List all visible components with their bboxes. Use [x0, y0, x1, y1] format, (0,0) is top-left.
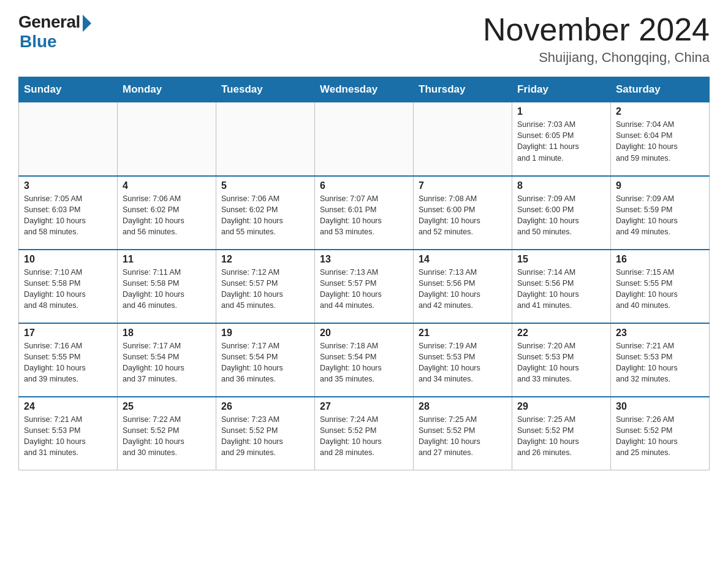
day-info: Sunrise: 7:25 AMSunset: 5:52 PMDaylight:… — [419, 414, 507, 459]
calendar-cell: 1Sunrise: 7:03 AMSunset: 6:05 PMDaylight… — [512, 102, 611, 176]
calendar-cell: 26Sunrise: 7:23 AMSunset: 5:52 PMDayligh… — [216, 397, 315, 470]
day-info: Sunrise: 7:21 AMSunset: 5:53 PMDaylight:… — [616, 340, 704, 385]
calendar-cell: 15Sunrise: 7:14 AMSunset: 5:56 PMDayligh… — [512, 250, 611, 323]
calendar-cell — [19, 102, 118, 176]
calendar-cell: 3Sunrise: 7:05 AMSunset: 6:03 PMDaylight… — [19, 176, 118, 250]
day-number: 17 — [24, 327, 112, 339]
day-number: 21 — [419, 327, 507, 339]
calendar-cell: 21Sunrise: 7:19 AMSunset: 5:53 PMDayligh… — [414, 323, 512, 397]
day-number: 26 — [221, 401, 309, 412]
calendar-cell: 10Sunrise: 7:10 AMSunset: 5:58 PMDayligh… — [19, 250, 118, 323]
day-info: Sunrise: 7:10 AMSunset: 5:58 PMDaylight:… — [24, 267, 112, 312]
day-number: 13 — [320, 254, 408, 265]
day-number: 3 — [24, 180, 112, 191]
day-number: 7 — [419, 180, 507, 191]
logo-general-text: General — [18, 12, 80, 32]
day-info: Sunrise: 7:26 AMSunset: 5:52 PMDaylight:… — [616, 414, 704, 459]
day-number: 15 — [517, 254, 605, 265]
day-info: Sunrise: 7:25 AMSunset: 5:52 PMDaylight:… — [517, 414, 605, 459]
calendar-cell: 23Sunrise: 7:21 AMSunset: 5:53 PMDayligh… — [611, 323, 710, 397]
calendar-cell: 18Sunrise: 7:17 AMSunset: 5:54 PMDayligh… — [118, 323, 216, 397]
day-number: 9 — [616, 180, 704, 191]
day-number: 8 — [517, 180, 605, 191]
weekday-header-monday: Monday — [118, 77, 216, 102]
calendar-table: SundayMondayTuesdayWednesdayThursdayFrid… — [18, 77, 710, 470]
weekday-header-friday: Friday — [512, 77, 611, 102]
day-number: 1 — [517, 106, 605, 117]
calendar-cell: 13Sunrise: 7:13 AMSunset: 5:57 PMDayligh… — [315, 250, 414, 323]
day-info: Sunrise: 7:19 AMSunset: 5:53 PMDaylight:… — [419, 340, 507, 385]
weekday-header-tuesday: Tuesday — [216, 77, 315, 102]
day-number: 28 — [419, 401, 507, 412]
calendar-cell: 16Sunrise: 7:15 AMSunset: 5:55 PMDayligh… — [611, 250, 710, 323]
day-number: 11 — [123, 254, 211, 265]
day-info: Sunrise: 7:20 AMSunset: 5:53 PMDaylight:… — [517, 340, 605, 385]
week-row-2: 3Sunrise: 7:05 AMSunset: 6:03 PMDaylight… — [19, 176, 710, 250]
day-info: Sunrise: 7:17 AMSunset: 5:54 PMDaylight:… — [221, 340, 309, 385]
month-title: November 2024 — [483, 12, 710, 47]
calendar-cell: 19Sunrise: 7:17 AMSunset: 5:54 PMDayligh… — [216, 323, 315, 397]
weekday-header-wednesday: Wednesday — [315, 77, 414, 102]
calendar-cell: 4Sunrise: 7:06 AMSunset: 6:02 PMDaylight… — [118, 176, 216, 250]
calendar-cell: 27Sunrise: 7:24 AMSunset: 5:52 PMDayligh… — [315, 397, 414, 470]
logo-blue-text: Blue — [20, 32, 57, 52]
calendar-cell: 7Sunrise: 7:08 AMSunset: 6:00 PMDaylight… — [414, 176, 512, 250]
weekday-header-saturday: Saturday — [611, 77, 710, 102]
logo: General Blue — [18, 12, 91, 52]
day-number: 6 — [320, 180, 408, 191]
calendar-cell: 28Sunrise: 7:25 AMSunset: 5:52 PMDayligh… — [414, 397, 512, 470]
calendar-cell: 11Sunrise: 7:11 AMSunset: 5:58 PMDayligh… — [118, 250, 216, 323]
calendar-cell: 17Sunrise: 7:16 AMSunset: 5:55 PMDayligh… — [19, 323, 118, 397]
day-number: 16 — [616, 254, 704, 265]
day-info: Sunrise: 7:15 AMSunset: 5:55 PMDaylight:… — [616, 267, 704, 312]
day-number: 4 — [123, 180, 211, 191]
calendar-cell: 9Sunrise: 7:09 AMSunset: 5:59 PMDaylight… — [611, 176, 710, 250]
day-number: 14 — [419, 254, 507, 265]
calendar-cell — [216, 102, 315, 176]
day-number: 18 — [123, 327, 211, 339]
day-number: 24 — [24, 401, 112, 412]
day-info: Sunrise: 7:24 AMSunset: 5:52 PMDaylight:… — [320, 414, 408, 459]
calendar-cell: 30Sunrise: 7:26 AMSunset: 5:52 PMDayligh… — [611, 397, 710, 470]
day-info: Sunrise: 7:03 AMSunset: 6:05 PMDaylight:… — [517, 119, 605, 164]
calendar-cell: 2Sunrise: 7:04 AMSunset: 6:04 PMDaylight… — [611, 102, 710, 176]
day-info: Sunrise: 7:16 AMSunset: 5:55 PMDaylight:… — [24, 340, 112, 385]
day-number: 27 — [320, 401, 408, 412]
day-info: Sunrise: 7:06 AMSunset: 6:02 PMDaylight:… — [123, 193, 211, 238]
day-number: 30 — [616, 401, 704, 412]
day-number: 20 — [320, 327, 408, 339]
week-row-5: 24Sunrise: 7:21 AMSunset: 5:53 PMDayligh… — [19, 397, 710, 470]
day-info: Sunrise: 7:07 AMSunset: 6:01 PMDaylight:… — [320, 193, 408, 238]
day-info: Sunrise: 7:09 AMSunset: 6:00 PMDaylight:… — [517, 193, 605, 238]
day-info: Sunrise: 7:04 AMSunset: 6:04 PMDaylight:… — [616, 119, 704, 164]
day-info: Sunrise: 7:11 AMSunset: 5:58 PMDaylight:… — [123, 267, 211, 312]
day-number: 19 — [221, 327, 309, 339]
logo-triangle-icon — [83, 15, 91, 32]
calendar-cell: 20Sunrise: 7:18 AMSunset: 5:54 PMDayligh… — [315, 323, 414, 397]
day-number: 12 — [221, 254, 309, 265]
day-number: 23 — [616, 327, 704, 339]
calendar-cell: 22Sunrise: 7:20 AMSunset: 5:53 PMDayligh… — [512, 323, 611, 397]
calendar-cell — [118, 102, 216, 176]
day-number: 22 — [517, 327, 605, 339]
weekday-header-thursday: Thursday — [414, 77, 512, 102]
day-info: Sunrise: 7:23 AMSunset: 5:52 PMDaylight:… — [221, 414, 309, 459]
calendar-cell: 5Sunrise: 7:06 AMSunset: 6:02 PMDaylight… — [216, 176, 315, 250]
page-header: General Blue November 2024 Shuijiang, Ch… — [18, 12, 710, 66]
day-number: 25 — [123, 401, 211, 412]
day-info: Sunrise: 7:12 AMSunset: 5:57 PMDaylight:… — [221, 267, 309, 312]
day-number: 29 — [517, 401, 605, 412]
weekday-header-sunday: Sunday — [19, 77, 118, 102]
calendar-cell: 8Sunrise: 7:09 AMSunset: 6:00 PMDaylight… — [512, 176, 611, 250]
weekday-header-row: SundayMondayTuesdayWednesdayThursdayFrid… — [19, 77, 710, 102]
calendar-cell: 25Sunrise: 7:22 AMSunset: 5:52 PMDayligh… — [118, 397, 216, 470]
calendar-cell: 14Sunrise: 7:13 AMSunset: 5:56 PMDayligh… — [414, 250, 512, 323]
day-info: Sunrise: 7:18 AMSunset: 5:54 PMDaylight:… — [320, 340, 408, 385]
day-number: 5 — [221, 180, 309, 191]
location-label: Shuijiang, Chongqing, China — [483, 50, 710, 66]
day-info: Sunrise: 7:09 AMSunset: 5:59 PMDaylight:… — [616, 193, 704, 238]
day-info: Sunrise: 7:21 AMSunset: 5:53 PMDaylight:… — [24, 414, 112, 459]
day-info: Sunrise: 7:22 AMSunset: 5:52 PMDaylight:… — [123, 414, 211, 459]
week-row-4: 17Sunrise: 7:16 AMSunset: 5:55 PMDayligh… — [19, 323, 710, 397]
calendar-cell — [315, 102, 414, 176]
